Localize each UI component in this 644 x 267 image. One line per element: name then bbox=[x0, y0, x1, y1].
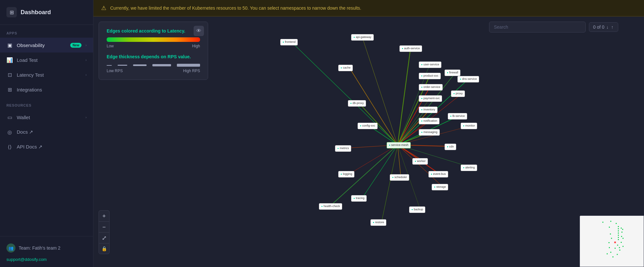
minimap bbox=[580, 215, 644, 267]
dashboard-icon: ⊞ bbox=[6, 7, 17, 17]
graph-node-n16[interactable]: ● tracing bbox=[351, 195, 367, 202]
sidebar-item-integrations[interactable]: ⊞ Integrations bbox=[0, 82, 93, 97]
sidebar-logo-text: Dashboard bbox=[21, 9, 51, 16]
graph-node-n8[interactable]: ● inventory bbox=[419, 107, 437, 113]
sidebar-item-api-docs[interactable]: ⟨⟩ API Docs ↗ bbox=[0, 139, 93, 154]
graph-node-n12[interactable]: ● db-proxy bbox=[348, 100, 366, 107]
sidebar-logo: ⊞ Dashboard bbox=[0, 0, 93, 25]
sidebar-item-label-load-test: Load Test bbox=[17, 57, 82, 63]
legend-hide-button[interactable]: 👁 bbox=[194, 26, 204, 36]
svg-rect-37 bbox=[618, 233, 619, 234]
graph-node-n4[interactable]: ● user-service bbox=[419, 62, 441, 68]
observability-icon: ▣ bbox=[6, 42, 13, 48]
svg-rect-60 bbox=[612, 256, 613, 257]
graph-node-n17[interactable]: ● scheduler bbox=[390, 174, 409, 181]
svg-rect-34 bbox=[618, 226, 619, 227]
svg-rect-53 bbox=[621, 236, 622, 237]
graph-node-n27[interactable]: ● alerting bbox=[461, 165, 477, 171]
sidebar-bottom: 👥 Team: Fatih's team 2 support@ddosify.c… bbox=[0, 236, 93, 267]
svg-rect-35 bbox=[618, 228, 619, 229]
svg-rect-57 bbox=[622, 238, 623, 239]
legend-rps-lines bbox=[107, 64, 200, 67]
chevron-icon-wallet: › bbox=[85, 115, 87, 119]
graph-node-hub[interactable]: ● service-mesh bbox=[387, 142, 411, 148]
graph-node-n23[interactable]: ● proxy bbox=[451, 91, 465, 97]
graph-node-n21[interactable]: ● cdn bbox=[445, 144, 456, 150]
svg-rect-40 bbox=[618, 239, 619, 240]
graph-node-n28[interactable]: ● backup bbox=[409, 206, 425, 213]
rps-line-3 bbox=[133, 64, 147, 66]
graph-node-n24[interactable]: ● firewall bbox=[445, 70, 460, 76]
svg-rect-43 bbox=[610, 234, 611, 234]
graph-node-n3[interactable]: ● auth-service bbox=[399, 45, 422, 52]
zoom-lock-button[interactable]: 🔒 bbox=[99, 243, 110, 254]
graph-node-n13[interactable]: ● config-svc bbox=[358, 123, 378, 129]
rps-line-1 bbox=[107, 65, 112, 66]
svg-rect-46 bbox=[609, 247, 610, 248]
legend-gradient-labels: Low High bbox=[107, 44, 200, 48]
graph-area: 👁 Edges colored according to Latency. Lo… bbox=[93, 16, 644, 267]
graph-node-n5[interactable]: ● product-svc bbox=[419, 73, 441, 79]
team-info: 👥 Team: Fatih's team 2 bbox=[6, 241, 87, 255]
new-badge: New bbox=[70, 43, 82, 48]
graph-node-n19[interactable]: ● event-bus bbox=[428, 171, 448, 177]
graph-node-n22[interactable]: ● lb-service bbox=[448, 113, 467, 119]
zoom-fit-button[interactable]: ⤢ bbox=[99, 232, 110, 243]
graph-node-n9[interactable]: ● notification bbox=[419, 118, 439, 124]
search-input[interactable] bbox=[489, 22, 586, 33]
svg-rect-36 bbox=[618, 230, 619, 231]
graph-node-n18[interactable]: ● worker bbox=[412, 158, 428, 165]
sidebar-item-label-wallet: Wallet bbox=[17, 115, 82, 120]
integrations-icon: ⊞ bbox=[6, 86, 13, 93]
sidebar-item-label-integrations: Integrations bbox=[17, 87, 87, 92]
support-email[interactable]: support@ddosify.com bbox=[6, 255, 87, 262]
zoom-in-button[interactable]: + bbox=[99, 210, 110, 221]
svg-rect-59 bbox=[617, 254, 618, 255]
graph-node-n30[interactable]: ● health-check bbox=[319, 203, 342, 210]
svg-rect-41 bbox=[614, 242, 616, 243]
sidebar-item-docs[interactable]: ◎ Docs ↗ bbox=[0, 125, 93, 139]
search-nav: 0 of 0 ↓ ↑ bbox=[589, 22, 618, 32]
graph-node-n26[interactable]: ● monitor bbox=[461, 123, 477, 129]
graph-node-n25[interactable]: ● dns-service bbox=[457, 76, 479, 82]
sidebar-item-observability[interactable]: ▣ Observability New › bbox=[0, 38, 93, 52]
api-docs-icon: ⟨⟩ bbox=[6, 144, 13, 150]
sidebar: ⊞ Dashboard APPS ▣ Observability New › 📊… bbox=[0, 0, 93, 267]
graph-node-n10[interactable]: ● messaging bbox=[419, 129, 440, 136]
graph-node-n15[interactable]: ● logging bbox=[338, 171, 354, 177]
svg-rect-51 bbox=[619, 250, 620, 251]
search-prev-button[interactable]: ↓ bbox=[606, 24, 609, 30]
apps-section-label: APPS bbox=[0, 25, 93, 38]
sidebar-item-wallet[interactable]: ▭ Wallet › bbox=[0, 110, 93, 125]
graph-node-n14[interactable]: ● metrics bbox=[335, 145, 351, 152]
svg-rect-38 bbox=[618, 235, 619, 236]
graph-node-n11[interactable]: ● cache bbox=[338, 65, 353, 71]
graph-node-n2[interactable]: ● api-gateway bbox=[351, 34, 374, 41]
legend-rps-text: Edge thickness depends on RPS value. bbox=[107, 54, 200, 59]
svg-rect-31 bbox=[602, 222, 603, 223]
sidebar-item-load-test[interactable]: 📊 Load Test › bbox=[0, 52, 93, 67]
team-icon: 👥 bbox=[6, 243, 15, 253]
search-next-button[interactable]: ↑ bbox=[610, 24, 614, 30]
sidebar-item-latency-test[interactable]: ⊡ Latency Test › bbox=[0, 67, 93, 82]
svg-rect-45 bbox=[609, 242, 610, 243]
warning-icon: ⚠ bbox=[101, 5, 106, 12]
svg-rect-44 bbox=[611, 238, 612, 239]
team-label: Team: Fatih's team 2 bbox=[19, 245, 61, 251]
wallet-icon: ▭ bbox=[6, 114, 13, 120]
chevron-icon-observability: › bbox=[85, 43, 87, 47]
svg-rect-30 bbox=[580, 216, 644, 267]
zoom-out-button[interactable]: − bbox=[99, 221, 110, 232]
graph-node-n29[interactable]: ● restore bbox=[370, 219, 386, 226]
svg-rect-61 bbox=[607, 253, 608, 254]
latency-test-icon: ⊡ bbox=[6, 72, 13, 78]
svg-rect-55 bbox=[621, 228, 622, 229]
search-bar-container: 0 of 0 ↓ ↑ bbox=[489, 22, 618, 33]
graph-node-n1[interactable]: ● frontend bbox=[280, 39, 298, 45]
svg-rect-56 bbox=[622, 229, 623, 230]
graph-node-n6[interactable]: ● order-service bbox=[419, 84, 443, 91]
graph-node-n7[interactable]: ● payment-svc bbox=[419, 95, 442, 102]
svg-rect-58 bbox=[622, 246, 623, 247]
sidebar-item-label-api-docs: API Docs ↗ bbox=[17, 144, 87, 150]
graph-node-n20[interactable]: ● storage bbox=[432, 184, 448, 190]
